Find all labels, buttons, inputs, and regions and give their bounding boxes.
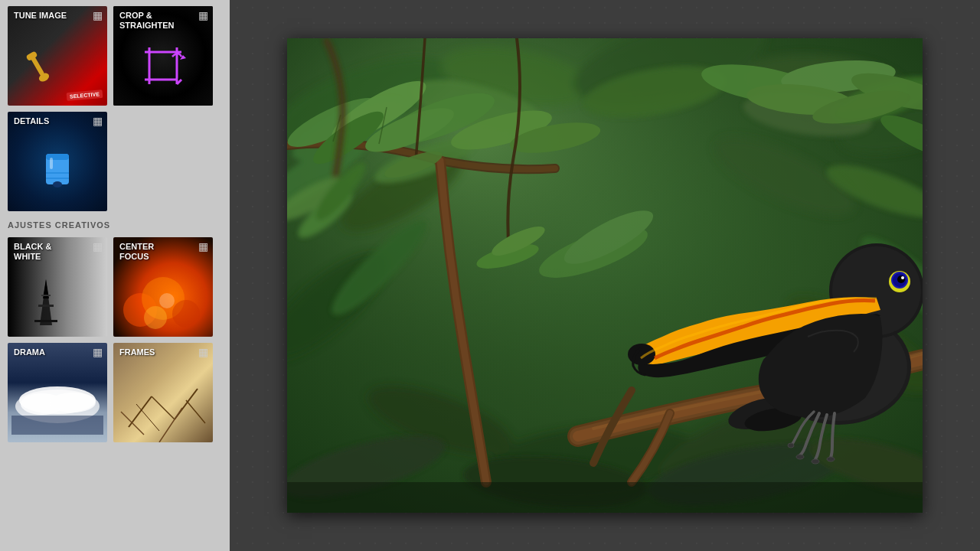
frames-label: FRAMES — [119, 347, 155, 357]
svg-line-39 — [136, 404, 159, 431]
creative-row-1: BLACK & WHITE ▦ CENTER FOCUS ▦ — [8, 237, 222, 337]
main-photo-area — [230, 0, 980, 551]
bw-corner-icon: ▦ — [93, 240, 103, 253]
sidebar: TUNE IMAGE ▦ SELECTIVE CRO — [0, 0, 230, 551]
svg-rect-110 — [287, 482, 923, 513]
svg-line-37 — [121, 412, 144, 435]
crop-icon — [139, 41, 188, 90]
drama-label: DRAMA — [14, 347, 45, 357]
svg-point-104 — [796, 455, 804, 459]
svg-point-107 — [788, 443, 794, 448]
tune-image-label: TUNE IMAGE — [14, 11, 67, 21]
tune-corner-icon: ▦ — [93, 9, 103, 21]
svg-point-26 — [172, 300, 200, 328]
crop-label: CROP & STRAIGHTEN — [119, 11, 175, 31]
black-white-card[interactable]: BLACK & WHITE ▦ — [8, 237, 107, 337]
tools-row-2: DETAILS ▦ — [8, 112, 222, 211]
eiffel-icon — [23, 276, 69, 329]
sharpener-icon — [34, 146, 80, 200]
svg-point-15 — [53, 181, 62, 187]
drama-card[interactable]: DRAMA ▦ — [8, 343, 107, 442]
frames-corner-icon: ▦ — [198, 346, 208, 358]
details-corner-icon: ▦ — [93, 115, 103, 127]
bokeh-icon — [117, 272, 209, 333]
wrench-icon — [19, 48, 57, 86]
svg-rect-33 — [11, 416, 103, 435]
toucan-image — [287, 38, 923, 513]
svg-rect-23 — [34, 320, 57, 322]
svg-point-101 — [897, 276, 905, 283]
svg-line-35 — [152, 396, 175, 419]
creative-section-label: AJUSTES CREATIVOS — [8, 220, 222, 230]
svg-line-40 — [186, 400, 205, 423]
crop-straighten-card[interactable]: CROP & STRAIGHTEN ▦ — [113, 6, 213, 106]
tools-row-1: TUNE IMAGE ▦ SELECTIVE CRO — [8, 6, 222, 106]
details-card[interactable]: DETAILS ▦ — [8, 112, 107, 211]
cf-corner-icon: ▦ — [198, 240, 208, 253]
svg-point-105 — [812, 459, 819, 464]
frames-card[interactable]: FRAMES ▦ — [113, 343, 213, 442]
svg-point-102 — [901, 276, 904, 279]
crop-corner-icon: ▦ — [198, 9, 208, 21]
svg-rect-16 — [50, 158, 53, 169]
creative-row-2: DRAMA ▦ FRAMES ▦ — [8, 343, 222, 442]
svg-line-38 — [159, 408, 182, 442]
photo-frame — [287, 38, 923, 513]
cf-label: CENTER FOCUS — [119, 242, 154, 262]
center-focus-card[interactable]: CENTER FOCUS ▦ — [113, 237, 213, 337]
frames-texture-icon — [113, 366, 213, 442]
svg-point-106 — [827, 457, 835, 461]
drama-corner-icon: ▦ — [93, 346, 103, 358]
svg-point-27 — [144, 306, 167, 329]
details-label: DETAILS — [14, 116, 49, 126]
svg-rect-21 — [38, 305, 54, 307]
svg-rect-22 — [41, 295, 51, 296]
svg-rect-14 — [46, 154, 69, 160]
tune-image-card[interactable]: TUNE IMAGE ▦ SELECTIVE — [8, 6, 107, 106]
svg-point-28 — [159, 293, 175, 308]
bw-label: BLACK & WHITE — [14, 242, 52, 262]
drama-clouds-icon — [11, 377, 103, 435]
